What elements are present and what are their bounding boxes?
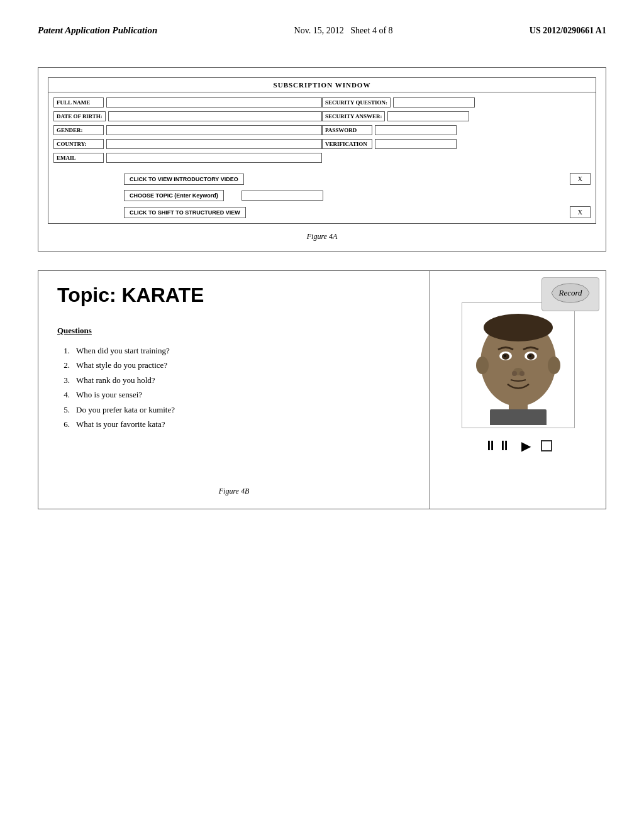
dob-row: DATE OF BIRTH: — [53, 111, 322, 121]
subscription-window: SUBSCRIPTION WINDOW FULL NAME DATE OF BI… — [48, 77, 596, 224]
country-input[interactable] — [106, 139, 322, 149]
email-row: EMAIL — [53, 153, 322, 163]
form-section: FULL NAME DATE OF BIRTH: GENDER: COUNTRY… — [48, 92, 596, 168]
keyword-input[interactable] — [242, 191, 323, 201]
avatar-icon — [465, 306, 572, 425]
svg-point-5 — [548, 357, 560, 374]
record-badge-icon: Record — [548, 280, 592, 306]
security-question-input[interactable] — [393, 97, 475, 108]
sheet-info: Sheet 4 of 8 — [350, 26, 392, 35]
button-row-2: CHOOSE TOPIC (Enter Keyword) — [124, 190, 591, 201]
security-question-row: SECURITY QUESTION: — [322, 97, 591, 108]
list-item: 4. Who is your sensei? — [57, 387, 411, 402]
svg-rect-2 — [490, 409, 547, 425]
intro-video-button[interactable]: CLICK TO VIEW INTRODUCTORY VIDEO — [124, 174, 244, 185]
figure-4a-container: SUBSCRIPTION WINDOW FULL NAME DATE OF BI… — [38, 67, 606, 252]
avatar-container — [462, 302, 575, 428]
figure-4b-label: Figure 4B — [57, 480, 411, 496]
buttons-section: CLICK TO VIEW INTRODUCTORY VIDEO X CHOOS… — [48, 168, 596, 223]
structured-view-button[interactable]: CLICK TO SHIFT TO STRUCTURED VIEW — [124, 207, 246, 218]
media-controls: ⏸ ▶ — [484, 438, 552, 454]
topic-title: Topic: KARATE — [57, 284, 411, 307]
record-badge: Record — [541, 277, 599, 311]
choose-topic-button[interactable]: CHOOSE TOPIC (Enter Keyword) — [124, 190, 224, 201]
full-name-input[interactable] — [106, 97, 322, 108]
gender-row: GENDER: — [53, 125, 322, 135]
email-label: EMAIL — [53, 153, 104, 163]
gender-input[interactable] — [106, 125, 322, 135]
date-sheet: Nov. 15, 2012 Sheet 4 of 8 — [294, 26, 393, 36]
date: Nov. 15, 2012 — [294, 26, 344, 35]
questions-list: 1. When did you start training? 2. What … — [57, 343, 411, 431]
list-item: 1. When did you start training? — [57, 343, 411, 358]
page-header: Patent Application Publication Nov. 15, … — [0, 0, 644, 48]
full-name-row: FULL NAME — [53, 97, 322, 108]
email-input[interactable] — [106, 153, 322, 163]
x-button-2[interactable]: X — [570, 206, 591, 218]
svg-text:Record: Record — [558, 288, 582, 297]
verification-label: VERIFICATION — [322, 139, 372, 149]
full-name-label: FULL NAME — [53, 97, 104, 108]
figure-4b-left: Topic: KARATE Questions 1. When did you … — [38, 271, 430, 509]
list-item: 6. What is your favorite kata? — [57, 417, 411, 431]
svg-point-11 — [529, 355, 531, 357]
figure-4b-right: Record — [430, 271, 606, 509]
button-row-3: CLICK TO SHIFT TO STRUCTURED VIEW X — [124, 206, 591, 218]
verification-input[interactable] — [375, 139, 457, 149]
country-label: COUNTRY: — [53, 139, 104, 149]
pause-button[interactable]: ⏸ — [484, 438, 511, 454]
patent-number: US 2012/0290661 A1 — [530, 26, 606, 36]
play-button[interactable]: ▶ — [521, 438, 531, 453]
list-item: 2. What style do you practice? — [57, 358, 411, 372]
questions-heading: Questions — [57, 326, 411, 336]
button-row-1: CLICK TO VIEW INTRODUCTORY VIDEO X — [124, 173, 591, 185]
figure-4a-label: Figure 4A — [45, 227, 599, 245]
dob-input[interactable] — [108, 111, 322, 121]
svg-point-4 — [476, 357, 489, 374]
security-answer-input[interactable] — [387, 111, 469, 121]
password-label: PASSWORD — [322, 125, 372, 135]
figure-4b-container: Topic: KARATE Questions 1. When did you … — [38, 270, 606, 509]
gender-label: GENDER: — [53, 125, 104, 135]
verification-row: VERIFICATION — [322, 139, 591, 149]
svg-point-15 — [484, 314, 553, 341]
svg-point-14 — [519, 371, 525, 376]
x-button-1[interactable]: X — [570, 173, 591, 185]
form-right: SECURITY QUESTION: SECURITY ANSWER: PASS… — [322, 97, 591, 163]
country-row: COUNTRY: — [53, 139, 322, 149]
svg-point-10 — [504, 355, 506, 357]
security-answer-label: SECURITY ANSWER: — [322, 111, 385, 121]
list-item: 5. Do you prefer kata or kumite? — [57, 402, 411, 417]
security-question-label: SECURITY QUESTION: — [322, 97, 391, 108]
stop-button[interactable] — [541, 440, 552, 451]
publication-label: Patent Application Publication — [38, 25, 157, 36]
list-item: 3. What rank do you hold? — [57, 373, 411, 387]
password-row: PASSWORD — [322, 125, 591, 135]
svg-point-13 — [512, 371, 517, 376]
password-input[interactable] — [375, 125, 457, 135]
page-content: SUBSCRIPTION WINDOW FULL NAME DATE OF BI… — [0, 48, 644, 534]
form-left: FULL NAME DATE OF BIRTH: GENDER: COUNTRY… — [53, 97, 322, 163]
dob-label: DATE OF BIRTH: — [53, 111, 106, 121]
subscription-title: SUBSCRIPTION WINDOW — [48, 78, 596, 92]
security-answer-row: SECURITY ANSWER: — [322, 111, 591, 121]
